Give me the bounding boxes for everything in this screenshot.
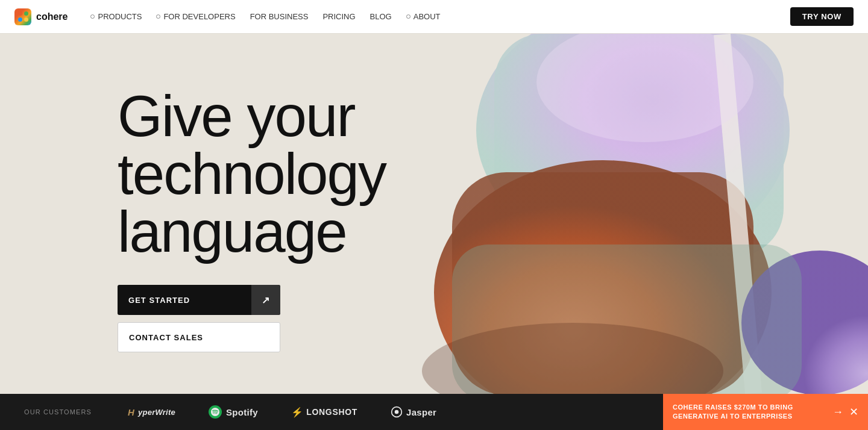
nav-dot-about [406,14,410,19]
headline-line1: Give your [118,84,355,148]
hyperwrite-label: yperWrite [138,408,175,417]
navigation: cohere PRODUCTS FOR DEVELOPERS FOR BUSIN… [0,0,868,34]
headline-line3: language [118,199,347,264]
nav-developers[interactable]: FOR DEVELOPERS [150,8,241,25]
nav-about[interactable]: ABOUT [400,8,447,25]
nav-dot-developers [156,14,160,19]
logo-dots [15,8,31,25]
nav-pricing-label: PRICING [322,12,355,21]
longshot-label: LONGSHOT [306,407,357,417]
nav-developers-label: FOR DEVELOPERS [163,12,235,21]
hero-text: Give your technology language GET STARTE… [0,75,386,352]
nav-pricing[interactable]: PRICING [316,8,361,25]
toast-close-button[interactable]: ✕ [849,405,858,419]
nav-links: PRODUCTS FOR DEVELOPERS FOR BUSINESS PRI… [84,8,446,25]
logo-dot-blue [18,17,22,22]
logo-icon [14,8,31,25]
headline-line2: technology [118,142,386,206]
try-now-button[interactable]: TRY NOW [790,7,854,26]
hero-blob [344,34,868,394]
logo-dot-green [24,11,28,16]
toast-arrow-icon[interactable]: → [832,406,843,419]
nav-blog[interactable]: BLOG [364,8,398,25]
nav-about-label: ABOUT [414,12,441,21]
our-customers-label: OUR CUSTOMERS [24,408,92,416]
logo-hyperwrite: H yperWrite [128,407,175,417]
get-started-label: GET STARTED [118,296,251,305]
nav-products[interactable]: PRODUCTS [84,8,148,25]
logo-text: cohere [36,11,68,22]
contact-sales-button[interactable]: CONTACT SALES [118,322,280,352]
arrow-icon: ↗ [251,285,280,315]
jasper-icon [391,406,403,418]
get-started-button[interactable]: GET STARTED ↗ [118,285,280,315]
longshot-icon: ⚡ [291,407,303,418]
spotify-icon [209,405,222,419]
toast-notification: COHERE RAISES $270M TO BRING GENERATIVE … [663,394,868,430]
logo-dot-orange [18,11,22,16]
nav-left: cohere PRODUCTS FOR DEVELOPERS FOR BUSIN… [14,8,447,25]
nav-right: TRY NOW [790,7,854,26]
logo-jasper: Jasper [391,406,436,418]
nav-business[interactable]: FOR BUSINESS [244,8,315,25]
logo-dot-yellow [24,17,28,22]
hyperwrite-text: H [128,407,134,417]
nav-dot-products [90,14,95,19]
spotify-label: Spotify [226,407,258,417]
logo-spotify: Spotify [209,405,258,419]
toast-text: COHERE RAISES $270M TO BRING GENERATIVE … [673,403,826,422]
hero-headline: Give your technology language [118,87,386,261]
logo-longshot: ⚡ LONGSHOT [291,407,357,418]
nav-business-label: FOR BUSINESS [250,12,309,21]
nav-blog-label: BLOG [370,12,392,21]
hero-section: Give your technology language GET STARTE… [0,34,868,394]
hero-buttons: GET STARTED ↗ CONTACT SALES [118,285,280,352]
logo[interactable]: cohere [14,8,68,25]
svg-point-11 [395,410,399,414]
jasper-label: Jasper [406,407,436,417]
nav-products-label: PRODUCTS [98,12,142,21]
